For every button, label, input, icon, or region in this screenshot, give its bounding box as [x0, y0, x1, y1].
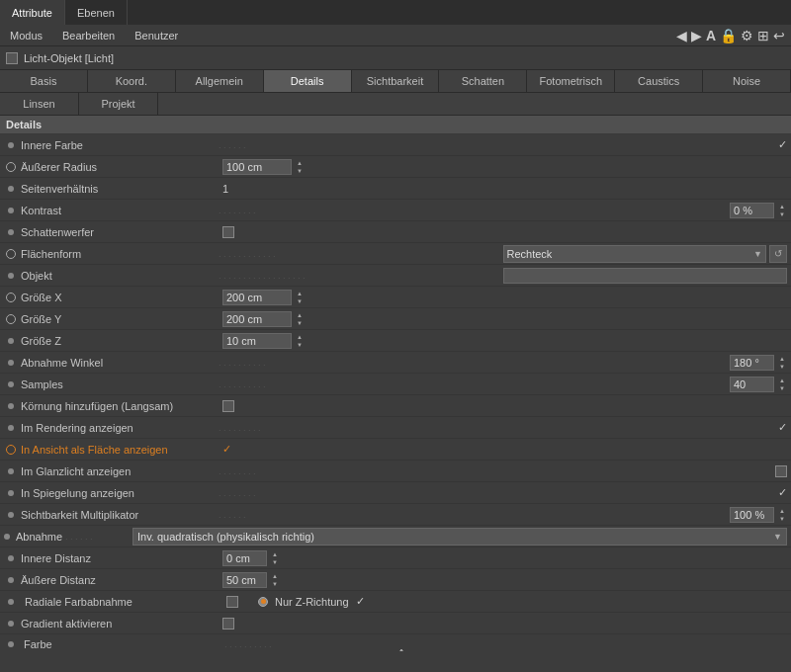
prop-kontrast: Kontrast . . . . . . . . ▲▼ [0, 200, 791, 221]
object-title-text: Licht-Objekt [Licht] [24, 52, 114, 64]
samples-input[interactable] [730, 377, 774, 392]
font-icon[interactable]: A [706, 28, 716, 43]
prop-label-grx: Größe X [21, 292, 219, 303]
prop-samples: Samples . . . . . . . . . . ▲▼ [0, 374, 791, 395]
prop-label-kontrast: Kontrast [21, 205, 219, 216]
radius-spinner[interactable]: ▲▼ [295, 159, 305, 175]
aeussere-distanz-spinner[interactable]: ▲▼ [270, 572, 280, 588]
prop-koernung: Körnung hinzufügen (Langsam) [0, 395, 791, 417]
menu-bar: Modus Bearbeiten Benutzer ◀ ▶ A 🔒 ⚙ ⊞ ↩ [0, 25, 791, 46]
kontrast-spinner[interactable]: ▲▼ [777, 203, 787, 218]
objekt-input[interactable] [503, 268, 788, 284]
tab-allgemein[interactable]: Allgemein [176, 70, 264, 92]
prop-label-glanzlicht: Im Glanzlicht anzeigen [21, 465, 219, 477]
tab-details[interactable]: Details [264, 70, 352, 92]
lock-icon[interactable]: 🔒 [720, 28, 737, 43]
abnahme-dot-icon [4, 534, 10, 540]
prop-label-schatten: Schattenwerfer [21, 226, 219, 238]
svg-marker-1 [397, 649, 405, 651]
prop-label-innere-farbe: Innere Farbe [21, 139, 219, 151]
prop-groesse-z: Größe Z ▲▼ [0, 330, 791, 352]
prop-label-rendering: Im Rendering anzeigen [21, 422, 219, 434]
prop-icon-gradient-akt [4, 617, 18, 630]
object-enable-checkbox[interactable] [6, 52, 18, 64]
top-tab-bar: Attribute Ebenen [0, 0, 791, 25]
tab-schatten[interactable]: Schatten [439, 70, 527, 92]
flaechenform-refresh-button[interactable]: ↺ [769, 245, 787, 263]
prop-icon-grx [4, 291, 18, 304]
tab-fotometrisch[interactable]: Fotometrisch [527, 70, 615, 92]
prop-value-radius: ▲▼ [222, 159, 305, 175]
groesse-z-input[interactable] [222, 333, 292, 349]
radiale-checkbox[interactable] [226, 596, 238, 608]
gear-icon[interactable]: ⚙ [741, 28, 753, 43]
gradient-akt-checkbox[interactable] [222, 618, 234, 630]
abnahme-dropdown[interactable]: Inv. quadratisch (physikalisch richtig) … [132, 528, 787, 546]
menu-modus[interactable]: Modus [0, 25, 52, 46]
arrow-right-icon[interactable]: ▶ [691, 28, 702, 43]
refresh-icon[interactable]: ↩ [773, 28, 785, 43]
sicht-multi-input[interactable] [730, 507, 774, 523]
flaechenform-dropdown[interactable]: Rechteck ▼ [503, 245, 767, 263]
tab-basis[interactable]: Basis [0, 70, 88, 92]
kontrast-input[interactable] [730, 203, 774, 218]
sicht-multi-spinner[interactable]: ▲▼ [777, 507, 787, 523]
arrow-left-icon[interactable]: ◀ [676, 28, 687, 43]
spiegelung-check: ✓ [778, 486, 787, 499]
koernung-checkbox[interactable] [222, 400, 234, 412]
prop-label-grz: Größe Z [21, 335, 219, 347]
tab-caustics[interactable]: Caustics [615, 70, 703, 92]
prop-schattenwerfer: Schattenwerfer [0, 221, 791, 243]
prop-icon-abw [4, 356, 18, 370]
flaechenform-arrow-icon: ▼ [753, 249, 762, 259]
prop-value-grx: ▲▼ [222, 290, 305, 305]
aeussere-distanz-input[interactable] [222, 572, 267, 588]
groesse-x-spinner[interactable]: ▲▼ [295, 290, 305, 305]
abnahme-arrow-icon: ▼ [773, 532, 782, 542]
nur-z-check: ✓ [356, 595, 365, 608]
prop-value-abw: ▲▼ [730, 355, 787, 371]
prop-label-gry: Größe Y [21, 313, 219, 325]
prop-value-sicht-multi: ▲▼ [730, 507, 787, 523]
nur-z-radio[interactable] [258, 597, 268, 607]
tab-ebenen[interactable]: Ebenen [65, 0, 128, 25]
menu-benutzer[interactable]: Benutzer [125, 25, 188, 46]
svg-marker-0 [397, 649, 405, 651]
tab-projekt[interactable]: Projekt [79, 93, 158, 115]
groesse-y-spinner[interactable]: ▲▼ [295, 311, 305, 327]
prop-icon-radius [4, 160, 18, 174]
prop-value-gry: ▲▼ [222, 311, 305, 327]
prop-icon-objekt [4, 269, 18, 283]
prop-icon-ansicht [4, 443, 18, 457]
abnahme-label: Abnahme [16, 531, 62, 543]
prop-aeussere-distanz: Äußere Distanz ▲▼ [0, 569, 791, 591]
prop-icon-sicht-multi [4, 508, 18, 522]
groesse-z-spinner[interactable]: ▲▼ [295, 333, 305, 349]
tab-koord[interactable]: Koord. [88, 70, 176, 92]
prop-value-seiten: 1 [222, 183, 228, 195]
menu-bearbeiten[interactable]: Bearbeiten [52, 25, 125, 46]
groesse-y-input[interactable] [222, 311, 292, 327]
tab-sichtbarkeit[interactable]: Sichtbarkeit [352, 70, 440, 92]
tab-row2-spacer [158, 93, 791, 115]
glanzlicht-checkbox[interactable] [775, 465, 787, 477]
objekt-value [503, 268, 788, 284]
samples-spinner[interactable]: ▲▼ [777, 377, 787, 392]
tab-noise[interactable]: Noise [703, 70, 791, 92]
tab-attribute[interactable]: Attribute [0, 0, 65, 25]
prop-value-grz: ▲▼ [222, 333, 305, 349]
radius-input[interactable] [222, 159, 292, 175]
prop-gradient-aktivieren: Gradient aktivieren [0, 613, 791, 634]
grid-icon[interactable]: ⊞ [757, 28, 769, 43]
prop-value-aeussere-distanz: ▲▼ [222, 572, 280, 588]
menu-bar-right: ◀ ▶ A 🔒 ⚙ ⊞ ↩ [676, 28, 791, 43]
abnahme-winkel-input[interactable] [730, 355, 774, 371]
schattenwerfer-checkbox[interactable] [222, 226, 234, 238]
innere-distanz-input[interactable] [222, 550, 267, 566]
tab-linsen[interactable]: Linsen [0, 93, 79, 115]
abnahme-winkel-spinner[interactable]: ▲▼ [777, 355, 787, 371]
prop-icon-grz [4, 334, 18, 348]
prop-in-ansicht: In Ansicht als Fläche anzeigen ✓ [0, 439, 791, 461]
groesse-x-input[interactable] [222, 290, 292, 305]
innere-distanz-spinner[interactable]: ▲▼ [270, 550, 280, 566]
